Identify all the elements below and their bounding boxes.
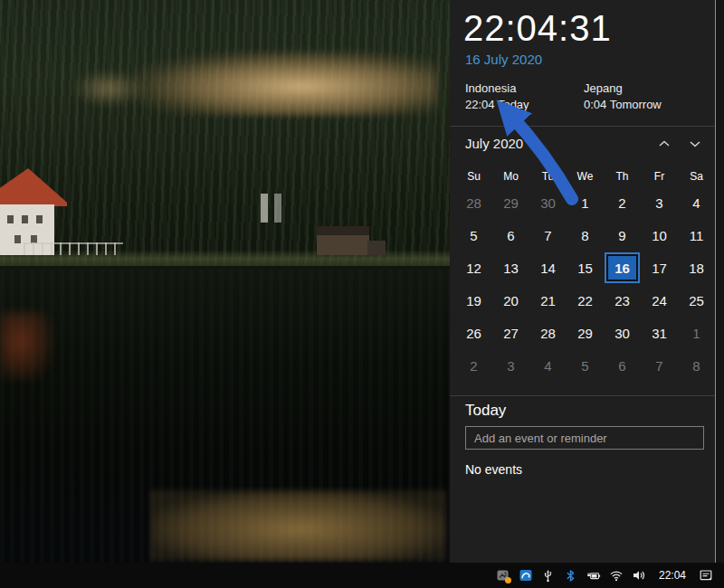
calendar-day[interactable]: 17 (641, 251, 678, 284)
calendar-day[interactable]: 10 (641, 219, 678, 251)
calendar-day-number: 19 (466, 293, 481, 308)
wallpaper-cabin (317, 226, 369, 255)
chevron-up-icon[interactable] (657, 137, 672, 151)
calendar-day[interactable]: 7 (529, 219, 567, 251)
calendar-day[interactable]: 11 (678, 219, 715, 251)
taskbar-clock[interactable]: 22:04 (659, 569, 686, 582)
world-clock-name: Jepang (584, 81, 702, 95)
calendar-day[interactable]: 6 (492, 219, 529, 251)
day-of-week-label: Tu (542, 170, 555, 183)
day-of-week-label: Mo (503, 170, 519, 183)
calendar-day[interactable]: 29 (492, 186, 529, 219)
calendar-day[interactable]: 6 (604, 349, 641, 382)
clock-calendar-flyout: 22:04:31 16 July 2020 Indonesia 22:04 To… (450, 0, 716, 563)
calendar-day-number: 2 (618, 195, 625, 211)
calendar-day[interactable]: 1 (678, 317, 715, 349)
add-event-input[interactable] (465, 426, 704, 450)
day-of-week-label: Su (467, 170, 481, 183)
chevron-down-icon[interactable] (688, 137, 702, 151)
calendar-day-number: 1 (581, 195, 588, 211)
day-of-week-label: Fr (654, 170, 664, 183)
calendar-day-number: 30 (540, 195, 556, 211)
calendar-day[interactable]: 18 (678, 251, 715, 284)
calendar-day[interactable]: 19 (455, 284, 492, 317)
world-clocks: Indonesia 22:04 Today Jepang 0:04 Tomorr… (465, 81, 702, 111)
notification-badge (505, 577, 511, 583)
calendar-day[interactable]: 1 (567, 186, 604, 219)
calendar-day-number: 5 (470, 228, 477, 243)
calendar-day[interactable]: 31 (641, 317, 678, 349)
wallpaper-golden-trees (134, 51, 437, 116)
calendar-day[interactable]: 30 (529, 186, 567, 219)
calendar-day-headers: SuMoTuWeThFrSa (455, 170, 715, 183)
calendar-day-number: 16 (606, 254, 638, 281)
calendar-day[interactable]: 20 (492, 284, 529, 317)
action-center-icon[interactable] (699, 568, 713, 583)
calendar-day-number: 26 (466, 326, 481, 341)
calendar-day-number: 21 (540, 293, 556, 308)
calendar-day[interactable]: 22 (567, 284, 604, 317)
wifi-icon[interactable] (609, 568, 624, 583)
calendar-day[interactable]: 4 (529, 349, 567, 382)
calendar-day[interactable]: 30 (604, 317, 641, 349)
taskbar: 22:04 (0, 563, 724, 588)
calendar-day[interactable]: 7 (641, 349, 678, 382)
volume-icon[interactable] (632, 568, 646, 583)
calendar-day-number: 27 (503, 326, 519, 341)
calendar-day-selected[interactable]: 16 (604, 251, 641, 284)
day-of-week-label: We (577, 170, 594, 183)
calendar-day-number: 30 (614, 326, 630, 341)
calendar-day-number: 4 (544, 358, 551, 374)
calendar-day-number: 18 (689, 261, 704, 276)
calendar-day[interactable]: 8 (567, 219, 604, 251)
calendar-day[interactable]: 4 (678, 186, 715, 219)
wallpaper-forest (0, 0, 450, 271)
calendar-day[interactable]: 14 (529, 251, 567, 284)
calendar-day-number: 5 (581, 358, 588, 374)
calendar-day-number: 3 (507, 358, 514, 374)
calendar-day[interactable]: 21 (529, 284, 567, 317)
calendar-day[interactable]: 5 (567, 349, 604, 382)
calendar-day[interactable]: 12 (455, 251, 492, 284)
calendar-day[interactable]: 9 (604, 219, 641, 251)
wallpaper-house-reflection (0, 312, 52, 381)
calendar-day[interactable]: 28 (455, 186, 492, 219)
calendar-day-number: 17 (652, 261, 667, 276)
wallpaper-golden-reflection (152, 490, 446, 561)
battery-charging-icon[interactable] (586, 568, 601, 583)
calendar-day[interactable]: 28 (529, 317, 567, 349)
calendar-day[interactable]: 25 (678, 284, 715, 317)
calendar-day-number: 24 (652, 293, 667, 308)
calendar-day-number: 22 (577, 293, 593, 308)
calendar-day[interactable]: 2 (455, 349, 492, 382)
calendar-month-label[interactable]: July 2020 (465, 136, 523, 151)
calendar-day[interactable]: 5 (455, 219, 492, 251)
world-clock-jepang: Jepang 0:04 Tomorrow (584, 81, 702, 111)
downloader-app-icon[interactable] (519, 568, 533, 583)
calendar-day[interactable]: 3 (492, 349, 529, 382)
calendar-nav (657, 137, 702, 151)
calendar-day[interactable]: 27 (492, 317, 529, 349)
calendar-day[interactable]: 15 (567, 251, 604, 284)
wallpaper-cabin-annex (367, 241, 386, 255)
day-of-week-label: Sa (690, 170, 703, 183)
calendar-day[interactable]: 24 (641, 284, 678, 317)
calendar-day[interactable]: 23 (604, 284, 641, 317)
app-notification-icon[interactable] (496, 568, 510, 583)
calendar-day[interactable]: 13 (492, 251, 529, 284)
calendar-day-number: 29 (577, 326, 593, 341)
usb-icon[interactable] (541, 568, 556, 583)
divider (450, 126, 715, 127)
bluetooth-icon[interactable] (564, 568, 578, 583)
current-date-link[interactable]: 16 July 2020 (465, 52, 542, 67)
world-clock-indonesia: Indonesia 22:04 Today (465, 81, 584, 111)
calendar-day[interactable]: 2 (604, 186, 641, 219)
calendar-day[interactable]: 26 (455, 317, 492, 349)
divider (450, 395, 715, 396)
calendar-day-number: 20 (503, 293, 519, 308)
calendar-day-number: 7 (544, 228, 551, 243)
calendar-day[interactable]: 8 (678, 349, 715, 382)
calendar-day[interactable]: 29 (567, 317, 604, 349)
calendar-day[interactable]: 3 (641, 186, 678, 219)
calendar-day-number: 28 (466, 195, 481, 211)
